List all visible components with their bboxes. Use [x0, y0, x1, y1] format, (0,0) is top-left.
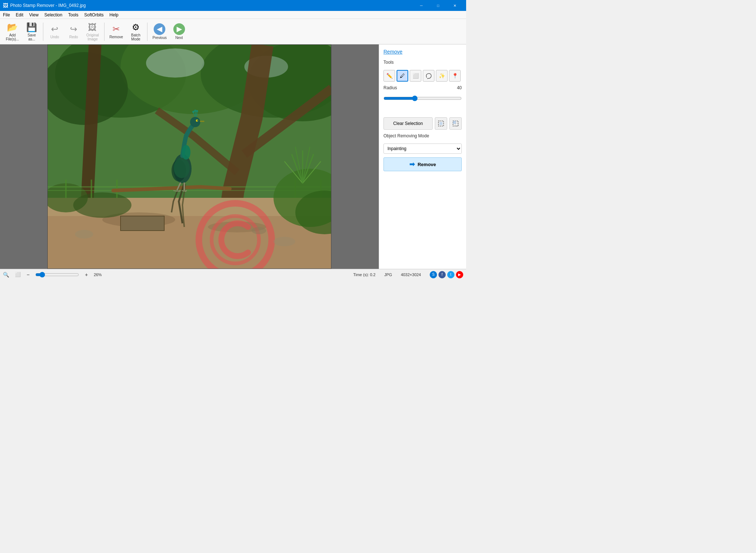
menu-tools[interactable]: Tools	[65, 12, 81, 18]
svg-point-13	[73, 192, 131, 218]
remove-button-label: Remove	[418, 162, 436, 167]
save-as-button[interactable]: 💾 Save as...	[23, 21, 41, 43]
undo-icon: ↩	[51, 24, 58, 34]
image-area[interactable]	[0, 44, 379, 269]
radius-slider[interactable]	[383, 95, 462, 101]
zoom-slider[interactable]	[35, 272, 79, 278]
svg-point-51	[252, 227, 266, 234]
batch-mode-icon: ⚙	[132, 22, 140, 32]
clear-selection-button[interactable]: Clear Selection	[383, 117, 433, 130]
title-bar: 🖼 Photo Stamp Remover - IMG_0492.jpg ─ □…	[0, 0, 466, 11]
remove-tool-icon: ✂	[113, 24, 120, 34]
batch-mode-button[interactable]: ⚙ Batch Mode	[127, 21, 145, 43]
magic-wand-tool-button[interactable]: ✨	[436, 70, 448, 82]
image-dimensions: 4032×3024	[401, 272, 421, 277]
minimize-button[interactable]: ─	[413, 0, 430, 11]
invert-selection-icon	[452, 120, 459, 127]
save-as-label: Save as...	[28, 33, 36, 41]
softorbits-icon[interactable]: S	[430, 271, 437, 278]
separator-3	[147, 23, 147, 41]
remove-toolbar-label: Remove	[110, 35, 123, 39]
svg-point-43	[182, 145, 190, 160]
invert-selection-button[interactable]	[449, 117, 462, 130]
status-bar: 🔍 ⬜ − + 26% Time (s): 0.2 JPG 4032×3024 …	[0, 269, 466, 280]
svg-point-49	[75, 230, 93, 239]
svg-point-50	[273, 237, 295, 246]
svg-rect-55	[453, 121, 456, 124]
original-image-label: Original Image	[86, 33, 99, 41]
svg-point-6	[146, 48, 204, 78]
spacer	[383, 106, 462, 114]
close-button[interactable]: ✕	[446, 0, 463, 11]
scene-svg	[48, 45, 331, 269]
remove-section-title: Remove	[383, 49, 462, 55]
stamp-tool-button[interactable]: 📍	[449, 70, 461, 82]
svg-point-42	[174, 158, 190, 178]
remove-arrow-icon: ➡	[409, 160, 415, 168]
menu-view[interactable]: View	[26, 12, 42, 18]
separator-2	[104, 23, 105, 41]
redo-icon: ↪	[70, 24, 77, 34]
image-canvas	[0, 44, 379, 269]
save-icon: 💾	[26, 22, 37, 32]
lasso-icon	[425, 72, 432, 79]
redo-button[interactable]: ↪ Redo	[64, 23, 83, 40]
time-info: Time (s): 0.2	[353, 272, 375, 277]
rect-select-tool-button[interactable]: ⬜	[410, 70, 421, 82]
marker-tool-button[interactable]: 🖊	[397, 70, 408, 82]
previous-label: Previous	[153, 36, 167, 40]
maximize-button[interactable]: □	[430, 0, 446, 11]
selection-mode-icon[interactable]: ⬜	[15, 272, 21, 277]
menu-file[interactable]: File	[0, 12, 13, 18]
previous-circle: ◀	[154, 23, 165, 35]
right-panel: Remove Tools ✏️ 🖊 ⬜ ✨ 📍 Radius 4	[379, 44, 466, 269]
tools-label: Tools	[383, 60, 462, 65]
previous-button[interactable]: ◀ Previous	[150, 22, 170, 41]
select-all-button[interactable]	[435, 117, 447, 130]
svg-rect-48	[121, 216, 164, 231]
select-all-icon	[438, 120, 444, 127]
svg-point-40	[196, 110, 198, 112]
zoom-percent: 26%	[94, 272, 102, 277]
batch-mode-label: Batch Mode	[131, 33, 141, 41]
menu-softorbits[interactable]: SoftOrbits	[81, 12, 106, 18]
toolbar: 📂 Add File(s)... 💾 Save as... ↩ Undo ↪ R…	[0, 19, 466, 44]
separator-1	[43, 23, 43, 41]
svg-point-32	[190, 117, 200, 127]
file-format-info: JPG	[384, 272, 392, 277]
add-files-button[interactable]: 📂 Add File(s)...	[3, 21, 22, 43]
youtube-icon[interactable]: ▶	[456, 271, 463, 278]
svg-rect-53	[440, 122, 442, 125]
object-removing-mode-select[interactable]: Inpainting	[383, 144, 462, 154]
zoom-out-button[interactable]: −	[27, 272, 29, 278]
add-files-label: Add File(s)...	[6, 33, 19, 41]
undo-label: Undo	[50, 35, 59, 39]
twitter-icon[interactable]: t	[447, 271, 454, 278]
menu-edit[interactable]: Edit	[13, 12, 26, 18]
clear-selection-row: Clear Selection	[383, 117, 462, 130]
tool-icons-row: ✏️ 🖊 ⬜ ✨ 📍	[383, 70, 462, 82]
zoom-area-icon[interactable]: 🔍	[3, 272, 9, 278]
window-title: Photo Stamp Remover - IMG_0492.jpg	[10, 3, 413, 8]
radius-label: Radius	[383, 85, 397, 90]
next-label: Next	[175, 36, 183, 40]
menu-help[interactable]: Help	[107, 12, 122, 18]
original-image-button[interactable]: 🖼 Original Image	[83, 21, 102, 43]
zoom-in-button[interactable]: +	[85, 272, 88, 278]
redo-label: Redo	[69, 35, 78, 39]
remove-button[interactable]: ➡ Remove	[383, 157, 462, 171]
lasso-tool-button[interactable]	[423, 70, 434, 82]
remove-toolbar-button[interactable]: ✂ Remove	[107, 23, 126, 40]
radius-row: Radius 40	[383, 85, 462, 90]
undo-button[interactable]: ↩ Undo	[46, 23, 64, 40]
brush-tool-button[interactable]: ✏️	[383, 70, 395, 82]
menu-selection[interactable]: Selection	[42, 12, 65, 18]
scene-container	[47, 44, 331, 269]
svg-point-39	[194, 110, 196, 112]
facebook-icon[interactable]: f	[438, 271, 446, 278]
social-icons-row: S f t ▶	[430, 271, 463, 278]
main-layout: Remove Tools ✏️ 🖊 ⬜ ✨ 📍 Radius 4	[0, 44, 466, 269]
original-image-icon: 🖼	[88, 22, 97, 32]
svg-point-34	[197, 120, 198, 121]
next-button[interactable]: ▶ Next	[170, 22, 188, 41]
